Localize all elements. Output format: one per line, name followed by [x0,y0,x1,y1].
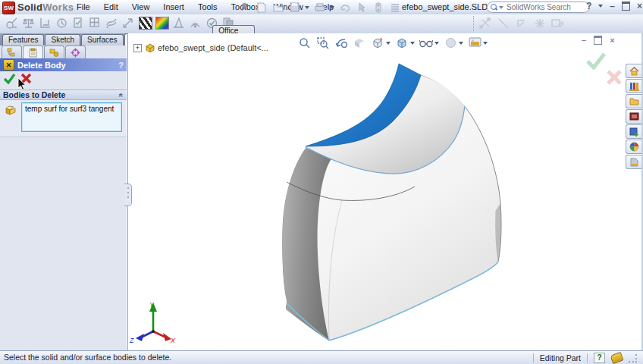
tag-icon[interactable] [610,352,623,364]
search-dropdown-icon[interactable] [499,6,503,9]
panel-splitter-handle[interactable] [124,184,132,206]
section-properties-icon[interactable] [38,16,52,30]
realview-scenes-icon[interactable] [626,140,641,154]
evaluate-toolbar [5,16,236,30]
menu-view[interactable]: View [125,0,157,14]
search-input[interactable] [505,2,578,12]
pm-header: ✕ Delete Body ? [0,58,127,71]
appearances-dropdown-icon[interactable] [459,42,463,45]
document-window-controls: – × [582,36,615,45]
appearances-scenes-icon[interactable] [626,124,641,139]
confirm-cancel-icon[interactable] [606,69,623,86]
geometry-analysis-icon[interactable] [105,16,119,30]
file-explorer-icon[interactable] [626,94,641,108]
task-pane-tabs [626,64,641,170]
rebuild-icon[interactable] [372,2,384,13]
new-document-icon[interactable] [255,2,268,13]
status-message: Select the solid and/or surface bodies t… [4,353,171,362]
section-view-icon [353,36,366,49]
save-dropdown-icon[interactable] [305,6,309,9]
save-icon[interactable] [288,2,301,13]
minimize-button[interactable]: – [610,1,615,11]
draft-analysis-icon[interactable] [171,16,186,30]
menu-tools[interactable]: Tools [191,0,224,14]
configuration-manager-tab[interactable] [44,46,64,58]
menu-file[interactable]: File [70,0,97,14]
zebra-stripes-icon[interactable] [138,16,152,30]
help-dropdown-icon[interactable] [598,5,603,8]
confirm-ok-icon[interactable] [585,52,607,70]
bodies-to-delete-listbox[interactable]: temp surf for surf3 tangent [21,102,122,132]
bodies-group-body: temp surf for surf3 tangent [0,100,127,137]
resize-grip[interactable] [629,354,637,362]
dimxpert-manager-tab[interactable] [65,46,86,58]
feature-manager-tab[interactable] [2,46,22,58]
tab-features[interactable]: Features [2,34,44,46]
view-orientation-icon[interactable] [371,36,384,49]
hide-show-items-icon[interactable] [419,36,433,49]
property-manager-tab[interactable] [23,46,43,59]
search-icon [491,4,497,11]
model-canvas[interactable]: Y X Z [128,33,643,350]
undo-icon[interactable] [338,2,351,13]
tree-root-label[interactable]: efebo_swept_side (Default<... [158,43,268,52]
part-icon [145,43,155,52]
collapse-chevron-icon[interactable]: « [118,93,126,97]
close-button[interactable]: × [637,1,642,11]
restore-button[interactable] [622,2,630,11]
pm-help-icon[interactable]: ? [118,61,124,70]
apply-scene-dropdown-icon[interactable] [483,42,488,45]
open-document-icon[interactable] [271,2,284,13]
menu-pin-icon[interactable] [241,2,249,11]
ok-button[interactable] [3,73,16,84]
options-icon[interactable] [388,2,401,13]
display-style-icon[interactable] [395,36,409,49]
doc-close-button[interactable]: × [610,36,614,45]
tree-expand-icon[interactable]: + [133,44,142,52]
hide-show-dropdown-icon[interactable] [434,42,439,45]
help-button[interactable]: ? [586,1,591,11]
command-manager-toolbar [0,14,643,34]
smart-dimension-icon [514,16,529,30]
tab-surfaces[interactable]: Surfaces [81,34,123,46]
menu-insert[interactable]: Insert [156,0,191,14]
design-library-icon[interactable] [626,79,641,93]
convert-entities-icon [478,16,492,30]
status-bar: Select the solid and/or surface bodies t… [0,350,643,364]
solidworks-resources-icon[interactable] [626,64,641,78]
view-orientation-dropdown-icon[interactable] [386,42,391,45]
deviation-analysis-icon[interactable] [121,16,136,30]
undercut-analysis-icon[interactable] [188,16,202,30]
flyout-feature-tree: + efebo_swept_side (Default<... [133,43,268,52]
check-entity-icon[interactable] [71,16,86,30]
custom-properties-icon[interactable] [626,155,641,169]
zoom-to-fit-icon[interactable] [298,36,312,49]
delete-body-icon: ✕ [3,59,14,71]
graphics-viewport[interactable]: Y X Z + efebo_swept_side (Default<... – … [127,33,643,350]
print-dropdown-icon[interactable] [330,6,334,9]
zoom-to-area-icon[interactable] [316,36,330,49]
window-controls: ? – × [586,1,642,11]
display-style-dropdown-icon[interactable] [410,42,415,45]
view-palette-icon[interactable] [626,109,641,124]
doc-minimize-button[interactable]: – [582,36,586,45]
statistics-icon[interactable] [88,16,102,30]
body-list-item[interactable]: temp surf for surf3 tangent [22,103,121,115]
editing-mode-label: Editing Part [540,353,581,362]
curvature-icon[interactable] [155,16,169,30]
menu-edit[interactable]: Edit [97,0,125,14]
print-icon[interactable] [313,2,326,13]
measure-icon[interactable] [5,16,19,30]
apply-scene-icon[interactable] [468,36,481,49]
previous-view-icon[interactable] [334,36,348,49]
triad-y-label: Y [149,301,155,309]
doc-restore-button[interactable] [594,36,602,45]
property-manager-panel: ✕ Delete Body ? Bodies to Delete « temp … [0,46,127,350]
body-selection-icon [5,105,17,115]
mass-properties-icon[interactable] [21,16,36,30]
sensor-icon[interactable] [55,16,69,30]
bodies-group-header[interactable]: Bodies to Delete « [0,89,127,100]
quick-tips-help-icon[interactable]: ? [594,353,605,363]
tab-sketch[interactable]: Sketch [45,34,80,46]
select-icon[interactable] [355,2,368,13]
